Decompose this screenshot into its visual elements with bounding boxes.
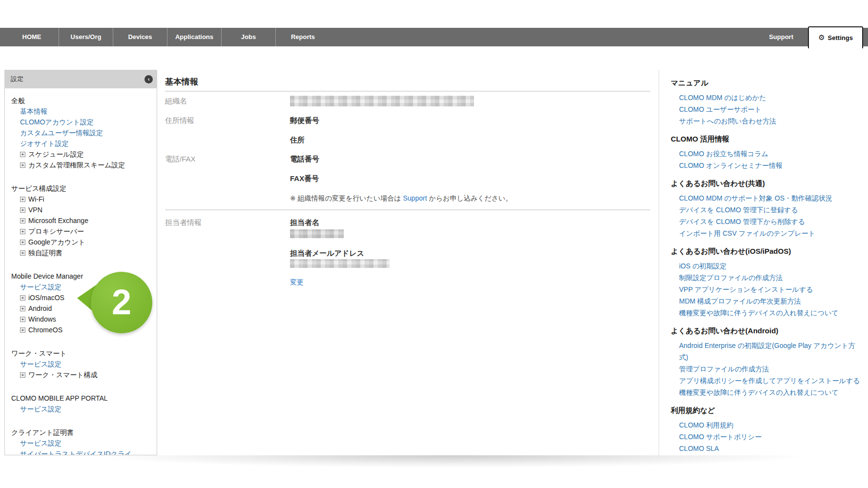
help-section-title: マニュアル <box>671 77 863 89</box>
sidebar-item[interactable]: 基本情報 <box>20 106 157 117</box>
content-header: 基本情報 <box>165 70 650 92</box>
nav-item-reports[interactable]: Reports <box>276 28 330 46</box>
help-link[interactable]: アプリ構成ポリシーを作成してアプリをインストールする <box>671 375 863 386</box>
help-link[interactable]: MDM 構成プロファイルの年次更新方法 <box>671 295 863 307</box>
help-link[interactable]: デバイスを CLOMO 管理下から削除する <box>671 216 863 227</box>
nav-settings-tab[interactable]: ⚙︎ Settings <box>808 26 863 48</box>
help-link[interactable]: CLOMO サポートポリシー <box>671 431 863 443</box>
note-text-suffix: からお申し込みください。 <box>427 194 513 202</box>
nav-support-link[interactable]: Support <box>769 28 793 46</box>
sidebar-item-label: サービス設定 <box>20 283 62 291</box>
contact-name-label: 担当者名 <box>290 218 319 227</box>
clomo-settings-screen: HOMEUsers/OrgDevicesApplicationsJobsRepo… <box>0 0 868 488</box>
help-link[interactable]: デバイスを CLOMO 管理下に登録する <box>671 204 863 216</box>
sidebar-item[interactable]: サービス設定 <box>20 359 157 369</box>
sidebar-item-label: Googleアカウント <box>28 238 85 246</box>
expand-icon[interactable]: + <box>20 250 25 256</box>
sidebar-item[interactable]: サービス設定 <box>20 438 157 448</box>
help-link[interactable]: サポートへのお問い合わせ方法 <box>671 115 863 127</box>
help-link[interactable]: 機種変更や故障に伴うデバイスの入れ替えについて <box>671 386 863 398</box>
postal-code-label: 郵便番号 <box>290 116 319 125</box>
sidebar-item[interactable]: +Googleアカウント <box>20 237 157 247</box>
help-link[interactable]: インポート用 CSV ファイルのテンプレート <box>671 227 863 239</box>
sidebar-item[interactable]: +独自証明書 <box>20 247 157 258</box>
help-link[interactable]: CLOMO お役立ち情報コラム <box>671 148 863 160</box>
step-number: 2 <box>112 283 131 322</box>
sidebar-item[interactable]: +カスタム管理権限スキーム設定 <box>20 160 157 170</box>
help-link[interactable]: CLOMO MDM のはじめかた <box>671 92 863 103</box>
help-link[interactable]: CLOMO 利用規約 <box>671 419 863 431</box>
sidebar-item[interactable]: +Microsoft Exchange <box>20 215 157 226</box>
expand-icon[interactable]: + <box>20 197 25 202</box>
nav-item-devices[interactable]: Devices <box>113 28 167 46</box>
support-inline-link[interactable]: Support <box>403 194 427 202</box>
expand-icon[interactable]: + <box>20 152 25 157</box>
sidebar-item[interactable]: +スケジュール設定 <box>20 149 157 160</box>
expand-icon[interactable]: + <box>20 372 25 378</box>
sidebar-section: CLOMO MOBILE APP PORTALサービス設定 <box>11 393 157 414</box>
expand-icon[interactable]: + <box>20 306 25 311</box>
sidebar-item-label: 基本情報 <box>20 107 47 115</box>
org-name-label: 組織名 <box>165 96 187 106</box>
chevron-left-icon: ‹ <box>145 75 153 83</box>
nav-item-applications[interactable]: Applications <box>167 28 222 46</box>
expand-icon[interactable]: + <box>20 327 25 333</box>
sidebar-item-label: プロキシサーバー <box>28 227 84 235</box>
sidebar-item-label: Windows <box>28 315 56 323</box>
sidebar-item-label: VPN <box>28 206 42 214</box>
help-link[interactable]: iOS の初期設定 <box>671 260 863 272</box>
phone-number-label: 電話番号 <box>290 154 319 164</box>
address-label: 住所 <box>290 135 305 145</box>
sidebar-item[interactable]: +プロキシサーバー <box>20 226 157 237</box>
nav-item-jobs[interactable]: Jobs <box>222 28 276 46</box>
sidebar-section-header: ワーク・スマート <box>11 348 157 359</box>
sidebar-item[interactable]: サービス設定 <box>20 404 157 414</box>
redacted-contact-email <box>290 259 390 268</box>
sidebar-item[interactable]: CLOMOアカウント設定 <box>20 117 157 127</box>
help-section-title: CLOMO 活用情報 <box>671 133 863 145</box>
sidebar-collapse-button[interactable]: ‹ <box>145 75 153 83</box>
gear-icon: ⚙︎ <box>818 34 825 41</box>
contact-email-label: 担当者メールアドレス <box>290 248 364 258</box>
nav-item-home[interactable]: HOME <box>5 28 59 46</box>
change-link[interactable]: 変更 <box>290 277 304 287</box>
expand-icon[interactable]: + <box>20 229 25 234</box>
sidebar-item-label: iOS/macOS <box>28 294 64 302</box>
help-link[interactable]: CLOMO SLA <box>671 443 863 454</box>
help-link[interactable]: 機種変更や故障に伴うデバイスの入れ替えについて <box>671 307 863 319</box>
help-link[interactable]: 管理プロファイルの作成方法 <box>671 363 863 375</box>
sidebar-item[interactable]: ジオサイト設定 <box>20 138 157 149</box>
sidebar-item-label: ワーク・スマート構成 <box>28 371 98 379</box>
help-sidebar: マニュアルCLOMO MDM のはじめかたCLOMO ユーザーサポートサポートへ… <box>659 70 868 455</box>
redacted-org-name <box>290 96 474 106</box>
help-link[interactable]: CLOMO オンラインセミナー情報 <box>671 160 863 171</box>
sidebar-section-header: 全般 <box>11 95 157 106</box>
sidebar-item[interactable]: +Wi-Fi <box>20 194 157 204</box>
sidebar-title: 設定 <box>11 75 23 82</box>
help-link[interactable]: Android Enterprise の初期設定(Google Play アカウ… <box>671 340 863 363</box>
sidebar-item-label: ジオサイト設定 <box>20 140 69 147</box>
help-link[interactable]: 制限設定プロファイルの作成方法 <box>671 272 863 284</box>
sidebar-item[interactable]: カスタムユーザー情報設定 <box>20 127 157 138</box>
expand-icon[interactable]: + <box>20 207 25 213</box>
help-link[interactable]: CLOMO MDM のサポート対象 OS・動作確認状況 <box>671 192 863 204</box>
expand-icon[interactable]: + <box>20 218 25 224</box>
sidebar-item-label: CLOMOアカウント設定 <box>20 118 94 126</box>
nav-item-users-org[interactable]: Users/Org <box>59 28 113 46</box>
sidebar-item[interactable]: +ワーク・スマート構成 <box>20 369 157 380</box>
help-link[interactable]: VPP アプリケーションをインストールする <box>671 284 863 295</box>
note-text-prefix: ※ 組織情報の変更を行いたい場合は <box>290 194 403 202</box>
sidebar-item[interactable]: サイバートラストデバイスIDクライ <box>20 448 157 455</box>
expand-icon[interactable]: + <box>20 295 25 301</box>
sidebar-section-header: クライアント証明書 <box>11 427 157 438</box>
settings-tab-label: Settings <box>828 34 853 41</box>
sidebar-section: ワーク・スマートサービス設定+ワーク・スマート構成 <box>11 348 157 380</box>
help-section-title: 利用規約など <box>671 404 863 417</box>
expand-icon[interactable]: + <box>20 163 25 168</box>
sidebar-item[interactable]: +VPN <box>20 204 157 215</box>
top-navigation: HOMEUsers/OrgDevicesApplicationsJobsRepo… <box>0 28 868 46</box>
expand-icon[interactable]: + <box>20 317 25 322</box>
help-link[interactable]: CLOMO ユーザーサポート <box>671 103 863 115</box>
expand-icon[interactable]: + <box>20 240 25 245</box>
sidebar-header: 設定 ‹ <box>4 70 157 88</box>
